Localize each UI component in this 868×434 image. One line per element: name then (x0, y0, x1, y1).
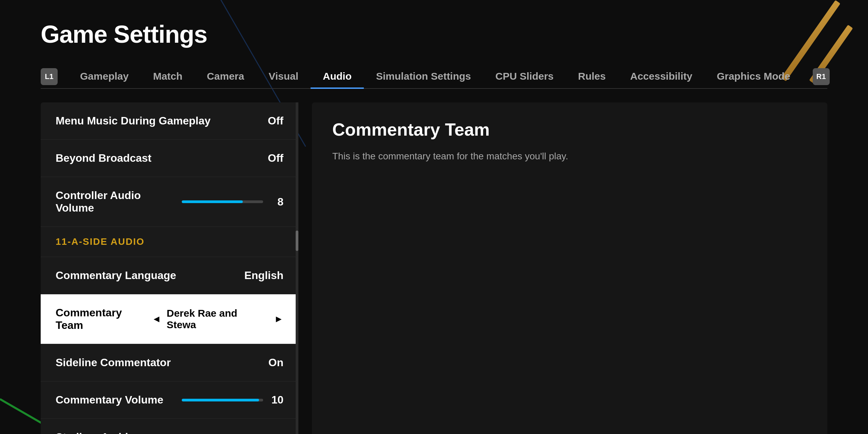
setting-commentary-volume-label: Commentary Volume (56, 394, 163, 406)
tab-match[interactable]: Match (141, 65, 195, 89)
setting-menu-music[interactable]: Menu Music During Gameplay Off (41, 102, 298, 140)
scrollbar[interactable] (296, 102, 298, 434)
section-11aside: 11-A-SIDE AUDIO (41, 227, 298, 257)
settings-wrapper: Menu Music During Gameplay Off Beyond Br… (41, 102, 298, 434)
tab-camera[interactable]: Camera (195, 65, 256, 89)
info-panel-title: Commentary Team (332, 119, 807, 140)
commentary-volume-fill (182, 399, 259, 401)
setting-stadium-ambience[interactable]: Stadium Ambience Volume 10 (41, 419, 298, 434)
right-badge: R1 (813, 68, 830, 85)
controller-audio-value: 8 (270, 196, 283, 208)
tab-audio[interactable]: Audio (311, 65, 364, 89)
setting-beyond-broadcast[interactable]: Beyond Broadcast Off (41, 140, 298, 177)
commentary-volume-track[interactable] (182, 399, 263, 401)
controller-audio-slider: 8 (182, 196, 283, 208)
setting-controller-audio-label: Controller Audio Volume (56, 189, 182, 214)
setting-sideline-commentator-label: Sideline Commentator (56, 356, 171, 369)
info-panel-description: This is the commentary team for the matc… (332, 149, 807, 163)
info-panel: Commentary Team This is the commentary t… (312, 102, 827, 434)
controller-audio-track[interactable] (182, 200, 263, 203)
setting-sideline-commentator[interactable]: Sideline Commentator On (41, 344, 298, 381)
setting-commentary-team-label: Commentary Team (56, 307, 152, 332)
tab-graphics[interactable]: Graphics Mode (705, 65, 803, 89)
commentary-team-picker[interactable]: ◄ Derek Rae and Stewa ► (152, 308, 283, 331)
nav-tabs: L1 Gameplay Match Camera Visual Audio Si… (41, 65, 827, 89)
tab-simulation[interactable]: Simulation Settings (364, 65, 483, 89)
setting-menu-music-value: Off (268, 115, 283, 127)
setting-controller-audio[interactable]: Controller Audio Volume 8 (41, 177, 298, 227)
commentary-volume-slider: 10 (182, 394, 283, 406)
left-badge: L1 (41, 68, 58, 85)
setting-commentary-team[interactable]: Commentary Team ◄ Derek Rae and Stewa ► (41, 294, 298, 344)
page-container: Game Settings L1 Gameplay Match Camera V… (0, 0, 868, 434)
tab-gameplay[interactable]: Gameplay (68, 65, 141, 89)
controller-audio-fill (182, 200, 243, 203)
setting-commentary-language[interactable]: Commentary Language English (41, 257, 298, 294)
settings-list: Menu Music During Gameplay Off Beyond Br… (41, 102, 298, 434)
tab-cpu-sliders[interactable]: CPU Sliders (483, 65, 566, 89)
scrollbar-thumb[interactable] (296, 231, 298, 251)
setting-commentary-language-value: English (244, 269, 283, 282)
tab-accessibility[interactable]: Accessibility (618, 65, 704, 89)
commentary-team-value: Derek Rae and Stewa (166, 308, 269, 331)
tab-rules[interactable]: Rules (566, 65, 618, 89)
commentary-team-next-arrow[interactable]: ► (274, 314, 283, 324)
setting-beyond-broadcast-value: Off (268, 152, 283, 164)
setting-sideline-commentator-value: On (269, 356, 283, 369)
page-title: Game Settings (41, 20, 827, 48)
setting-stadium-ambience-label: Stadium Ambience Volume (56, 431, 182, 434)
content-area: Menu Music During Gameplay Off Beyond Br… (41, 102, 827, 434)
tab-visual[interactable]: Visual (256, 65, 311, 89)
setting-menu-music-label: Menu Music During Gameplay (56, 115, 211, 127)
commentary-volume-value: 10 (270, 394, 283, 406)
setting-beyond-broadcast-label: Beyond Broadcast (56, 152, 152, 164)
setting-commentary-volume[interactable]: Commentary Volume 10 (41, 381, 298, 419)
commentary-team-prev-arrow[interactable]: ◄ (152, 314, 161, 324)
setting-commentary-language-label: Commentary Language (56, 269, 176, 282)
